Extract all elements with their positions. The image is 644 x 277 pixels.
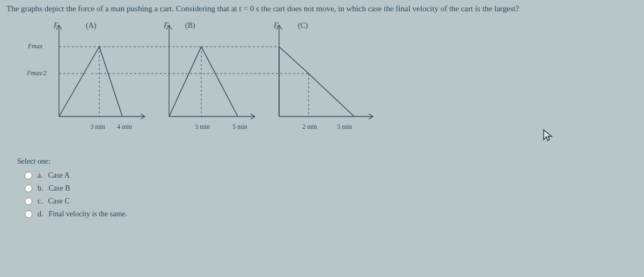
option-b-text: Case B bbox=[49, 184, 70, 193]
radio-d[interactable] bbox=[25, 210, 32, 218]
y-axis-labels: Fmax Fmax/2 bbox=[23, 20, 49, 116]
option-b[interactable]: b. Case B bbox=[25, 184, 638, 193]
option-b-prefix: b. bbox=[38, 184, 43, 193]
graph-b-tick-2: 5 min bbox=[229, 123, 251, 131]
option-d[interactable]: d. Final velocity is the same. bbox=[25, 210, 638, 218]
graph-a-tick-2: 4 min bbox=[114, 123, 135, 131]
radio-a[interactable] bbox=[25, 172, 32, 179]
radio-c[interactable] bbox=[25, 198, 32, 205]
options-section: Select one: a. Case A b. Case B c. Case … bbox=[17, 157, 638, 218]
option-d-prefix: d. bbox=[38, 210, 43, 218]
option-a-prefix: a. bbox=[38, 171, 43, 180]
option-a-text: Case A bbox=[48, 171, 70, 180]
radio-b[interactable] bbox=[25, 185, 32, 192]
graph-c-f-label: F bbox=[273, 21, 279, 30]
option-c[interactable]: c. Case C bbox=[25, 197, 638, 206]
option-a[interactable]: a. Case A bbox=[25, 171, 638, 180]
graph-c-case-label: (C) bbox=[298, 21, 308, 30]
select-one-label: Select one: bbox=[17, 157, 638, 166]
question-text: The graphs depict the force of a man pus… bbox=[6, 4, 638, 13]
graph-c-tick-2: 5 min bbox=[334, 123, 355, 131]
option-d-text: Final velocity is the same. bbox=[49, 210, 128, 218]
graph-c-tick-1: 2 min bbox=[299, 123, 320, 131]
y-label-fmax: Fmax bbox=[28, 42, 42, 50]
graph-a-tick-1: 3 min bbox=[87, 123, 108, 131]
graphs-container: Fmax Fmax/2 F (A) bbox=[23, 20, 638, 138]
y-label-fmax2: Fmax/2 bbox=[27, 69, 47, 77]
option-c-prefix: c. bbox=[38, 197, 43, 206]
graph-b-case-label: (B) bbox=[185, 21, 195, 30]
graph-a-f-label: F bbox=[54, 21, 58, 30]
graph-b-tick-1: 3 min bbox=[192, 123, 213, 131]
cursor-icon bbox=[542, 129, 554, 145]
option-c-text: Case C bbox=[48, 197, 70, 206]
graph-b-f-label: F bbox=[163, 21, 169, 30]
graph-a-case-label: (A) bbox=[86, 21, 97, 30]
graphs-svg: F (A) F (B) bbox=[54, 20, 386, 135]
